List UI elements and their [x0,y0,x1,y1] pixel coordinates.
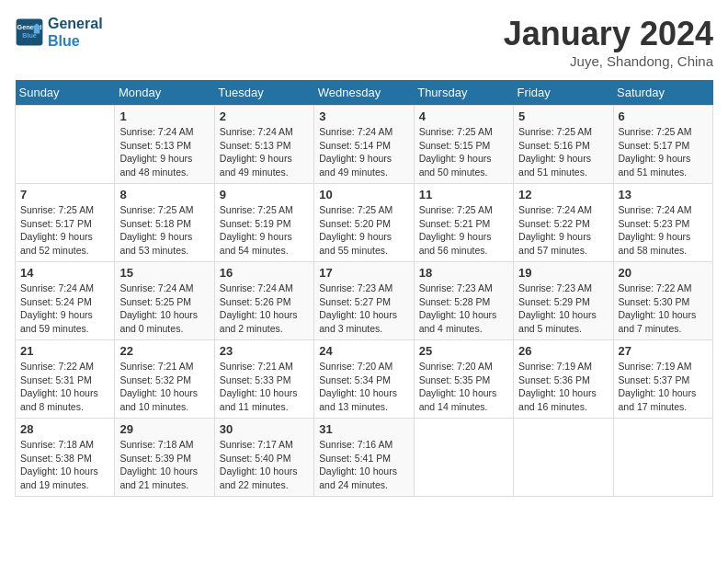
day-info: Sunrise: 7:18 AMSunset: 5:38 PMDaylight:… [20,438,109,492]
location-subtitle: Juye, Shandong, China [504,53,713,69]
header-monday: Monday [115,80,214,106]
day-number: 31 [319,422,408,436]
day-number: 14 [20,266,109,280]
day-number: 7 [20,188,109,201]
calendar-cell: 13Sunrise: 7:24 AMSunset: 5:23 PMDayligh… [613,184,712,262]
day-number: 22 [119,344,209,358]
day-info: Sunrise: 7:24 AMSunset: 5:24 PMDaylight:… [20,282,109,336]
calendar-cell: 21Sunrise: 7:22 AMSunset: 5:31 PMDayligh… [16,340,115,419]
day-number: 15 [119,266,209,280]
day-info: Sunrise: 7:18 AMSunset: 5:39 PMDaylight:… [119,438,209,492]
day-info: Sunrise: 7:24 AMSunset: 5:25 PMDaylight:… [119,282,209,336]
day-info: Sunrise: 7:19 AMSunset: 5:36 PMDaylight:… [518,360,608,414]
day-info: Sunrise: 7:16 AMSunset: 5:41 PMDaylight:… [319,438,408,492]
calendar-cell: 1Sunrise: 7:24 AMSunset: 5:13 PMDaylight… [115,106,214,184]
header-wednesday: Wednesday [314,80,414,106]
day-info: Sunrise: 7:20 AMSunset: 5:35 PMDaylight:… [419,360,508,414]
header-tuesday: Tuesday [214,80,313,106]
day-info: Sunrise: 7:21 AMSunset: 5:32 PMDaylight:… [119,360,209,414]
day-number: 25 [419,344,508,358]
logo-text-blue: Blue [48,32,103,50]
logo-text-general: General [48,15,103,32]
calendar-week-2: 7Sunrise: 7:25 AMSunset: 5:17 PMDaylight… [16,184,713,262]
day-number: 24 [319,344,408,358]
calendar-cell: 8Sunrise: 7:25 AMSunset: 5:18 PMDaylight… [115,184,214,262]
day-number: 9 [220,188,309,201]
calendar-week-3: 14Sunrise: 7:24 AMSunset: 5:24 PMDayligh… [16,262,713,340]
calendar-cell: 29Sunrise: 7:18 AMSunset: 5:39 PMDayligh… [115,419,214,497]
day-info: Sunrise: 7:17 AMSunset: 5:40 PMDaylight:… [220,438,309,492]
calendar-cell: 16Sunrise: 7:24 AMSunset: 5:26 PMDayligh… [214,262,313,340]
day-info: Sunrise: 7:25 AMSunset: 5:19 PMDaylight:… [220,203,309,258]
logo-icon: General Blue [15,17,44,47]
calendar-cell: 26Sunrise: 7:19 AMSunset: 5:36 PMDayligh… [514,340,613,419]
calendar-cell: 31Sunrise: 7:16 AMSunset: 5:41 PMDayligh… [314,419,414,497]
day-info: Sunrise: 7:21 AMSunset: 5:33 PMDaylight:… [220,360,309,414]
logo: General Blue General Blue [15,15,103,50]
calendar-cell: 7Sunrise: 7:25 AMSunset: 5:17 PMDaylight… [16,184,115,262]
day-info: Sunrise: 7:20 AMSunset: 5:34 PMDaylight:… [319,360,408,414]
calendar-cell: 9Sunrise: 7:25 AMSunset: 5:19 PMDaylight… [214,184,313,262]
calendar-cell: 18Sunrise: 7:23 AMSunset: 5:28 PMDayligh… [414,262,513,340]
day-info: Sunrise: 7:25 AMSunset: 5:15 PMDaylight:… [419,125,508,179]
day-number: 1 [119,109,209,123]
day-info: Sunrise: 7:24 AMSunset: 5:26 PMDaylight:… [220,282,309,336]
calendar-week-5: 28Sunrise: 7:18 AMSunset: 5:38 PMDayligh… [16,419,713,497]
calendar-cell [613,419,712,497]
day-info: Sunrise: 7:25 AMSunset: 5:21 PMDaylight:… [419,203,508,258]
header-saturday: Saturday [613,80,712,106]
calendar-cell [16,106,115,184]
day-number: 29 [119,422,209,436]
day-number: 28 [20,422,109,436]
day-info: Sunrise: 7:24 AMSunset: 5:22 PMDaylight:… [518,203,608,258]
calendar-cell: 24Sunrise: 7:20 AMSunset: 5:34 PMDayligh… [314,340,414,419]
day-info: Sunrise: 7:19 AMSunset: 5:37 PMDaylight:… [619,360,708,414]
calendar-cell: 27Sunrise: 7:19 AMSunset: 5:37 PMDayligh… [613,340,712,419]
day-info: Sunrise: 7:22 AMSunset: 5:30 PMDaylight:… [619,282,708,336]
day-info: Sunrise: 7:25 AMSunset: 5:17 PMDaylight:… [619,125,708,179]
calendar-cell: 12Sunrise: 7:24 AMSunset: 5:22 PMDayligh… [514,184,613,262]
calendar-table: SundayMondayTuesdayWednesdayThursdayFrid… [15,80,713,497]
day-number: 20 [619,266,708,280]
day-number: 26 [518,344,608,358]
day-info: Sunrise: 7:22 AMSunset: 5:31 PMDaylight:… [20,360,109,414]
day-info: Sunrise: 7:23 AMSunset: 5:27 PMDaylight:… [319,282,408,336]
header-friday: Friday [514,80,613,106]
day-info: Sunrise: 7:24 AMSunset: 5:13 PMDaylight:… [119,125,209,179]
day-number: 16 [220,266,309,280]
day-info: Sunrise: 7:25 AMSunset: 5:16 PMDaylight:… [518,125,608,179]
day-number: 8 [119,188,209,201]
day-number: 4 [419,109,508,123]
day-number: 13 [619,188,708,201]
header-sunday: Sunday [16,80,115,106]
day-info: Sunrise: 7:25 AMSunset: 5:20 PMDaylight:… [319,203,408,258]
calendar-cell: 28Sunrise: 7:18 AMSunset: 5:38 PMDayligh… [16,419,115,497]
calendar-cell [514,419,613,497]
day-number: 27 [619,344,708,358]
day-number: 19 [518,266,608,280]
day-info: Sunrise: 7:24 AMSunset: 5:13 PMDaylight:… [220,125,309,179]
calendar-cell: 3Sunrise: 7:24 AMSunset: 5:14 PMDaylight… [314,106,414,184]
day-info: Sunrise: 7:23 AMSunset: 5:29 PMDaylight:… [518,282,608,336]
calendar-cell: 4Sunrise: 7:25 AMSunset: 5:15 PMDaylight… [414,106,513,184]
day-number: 17 [319,266,408,280]
calendar-cell: 15Sunrise: 7:24 AMSunset: 5:25 PMDayligh… [115,262,214,340]
day-info: Sunrise: 7:25 AMSunset: 5:17 PMDaylight:… [20,203,109,258]
calendar-cell: 25Sunrise: 7:20 AMSunset: 5:35 PMDayligh… [414,340,513,419]
calendar-week-1: 1Sunrise: 7:24 AMSunset: 5:13 PMDaylight… [16,106,713,184]
calendar-cell [414,419,513,497]
calendar-cell: 10Sunrise: 7:25 AMSunset: 5:20 PMDayligh… [314,184,414,262]
day-number: 11 [419,188,508,201]
day-info: Sunrise: 7:24 AMSunset: 5:14 PMDaylight:… [319,125,408,179]
day-info: Sunrise: 7:24 AMSunset: 5:23 PMDaylight:… [619,203,708,258]
page-header: General Blue General Blue January 2024 J… [15,15,713,69]
month-title: January 2024 [504,15,713,53]
calendar-week-4: 21Sunrise: 7:22 AMSunset: 5:31 PMDayligh… [16,340,713,419]
calendar-cell: 22Sunrise: 7:21 AMSunset: 5:32 PMDayligh… [115,340,214,419]
calendar-cell: 20Sunrise: 7:22 AMSunset: 5:30 PMDayligh… [613,262,712,340]
day-info: Sunrise: 7:23 AMSunset: 5:28 PMDaylight:… [419,282,508,336]
day-number: 12 [518,188,608,201]
day-info: Sunrise: 7:25 AMSunset: 5:18 PMDaylight:… [119,203,209,258]
title-block: January 2024 Juye, Shandong, China [504,15,713,69]
calendar-cell: 17Sunrise: 7:23 AMSunset: 5:27 PMDayligh… [314,262,414,340]
